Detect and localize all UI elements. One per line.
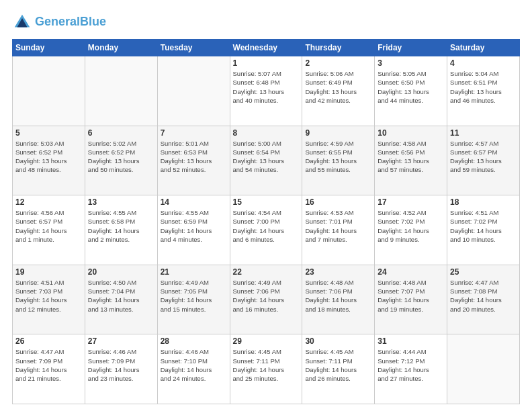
calendar-cell: 1Sunrise: 5:07 AM Sunset: 6:48 PM Daylig… [230, 56, 302, 126]
day-number: 11 [450, 128, 517, 138]
day-info: Sunrise: 5:03 AM Sunset: 6:52 PM Dayligh… [15, 139, 82, 175]
weekday-header-saturday: Saturday [447, 40, 520, 56]
day-number: 29 [233, 336, 300, 346]
day-info: Sunrise: 5:02 AM Sunset: 6:52 PM Dayligh… [88, 139, 154, 175]
day-number: 20 [88, 267, 154, 277]
calendar-cell: 30Sunrise: 4:45 AM Sunset: 7:11 PM Dayli… [302, 334, 375, 404]
logo-line2: Blue [80, 15, 106, 28]
day-info: Sunrise: 4:55 AM Sunset: 6:59 PM Dayligh… [161, 208, 227, 244]
day-info: Sunrise: 4:46 AM Sunset: 7:10 PM Dayligh… [161, 347, 227, 383]
day-info: Sunrise: 5:04 AM Sunset: 6:51 PM Dayligh… [450, 69, 517, 105]
day-number: 31 [378, 336, 444, 346]
day-info: Sunrise: 4:57 AM Sunset: 6:57 PM Dayligh… [450, 139, 517, 175]
day-number: 13 [88, 197, 154, 207]
day-info: Sunrise: 4:56 AM Sunset: 6:57 PM Dayligh… [15, 208, 82, 244]
weekday-header-thursday: Thursday [302, 40, 375, 56]
day-number: 30 [305, 336, 371, 346]
day-number: 3 [378, 58, 444, 68]
day-info: Sunrise: 4:47 AM Sunset: 7:09 PM Dayligh… [15, 347, 82, 383]
day-info: Sunrise: 4:49 AM Sunset: 7:05 PM Dayligh… [161, 278, 227, 314]
day-info: Sunrise: 4:51 AM Sunset: 7:02 PM Dayligh… [450, 208, 517, 244]
day-info: Sunrise: 4:44 AM Sunset: 7:12 PM Dayligh… [378, 347, 444, 383]
day-info: Sunrise: 5:00 AM Sunset: 6:54 PM Dayligh… [233, 139, 300, 175]
calendar-cell: 23Sunrise: 4:48 AM Sunset: 7:06 PM Dayli… [302, 265, 375, 334]
calendar-cell: 26Sunrise: 4:47 AM Sunset: 7:09 PM Dayli… [13, 334, 85, 404]
header: GeneralBlue [12, 12, 520, 32]
day-info: Sunrise: 4:51 AM Sunset: 7:03 PM Dayligh… [15, 278, 82, 314]
day-info: Sunrise: 4:50 AM Sunset: 7:04 PM Dayligh… [88, 278, 154, 314]
weekday-header-friday: Friday [375, 40, 447, 56]
day-number: 12 [15, 197, 82, 207]
week-row-5: 26Sunrise: 4:47 AM Sunset: 7:09 PM Dayli… [13, 334, 520, 404]
calendar-cell: 4Sunrise: 5:04 AM Sunset: 6:51 PM Daylig… [447, 56, 520, 126]
calendar-cell: 2Sunrise: 5:06 AM Sunset: 6:49 PM Daylig… [302, 56, 375, 126]
day-number: 24 [378, 267, 444, 277]
logo-icon [12, 12, 32, 32]
day-number: 1 [233, 58, 300, 68]
page: GeneralBlue SundayMondayTuesdayWednesday… [0, 0, 532, 411]
day-number: 26 [15, 336, 82, 346]
day-number: 25 [450, 267, 517, 277]
day-info: Sunrise: 5:01 AM Sunset: 6:53 PM Dayligh… [161, 139, 227, 175]
day-number: 10 [378, 128, 444, 138]
logo-text: GeneralBlue [35, 15, 106, 29]
calendar-cell: 16Sunrise: 4:53 AM Sunset: 7:01 PM Dayli… [302, 195, 375, 265]
calendar-cell: 24Sunrise: 4:48 AM Sunset: 7:07 PM Dayli… [375, 265, 447, 334]
logo-line1: General [35, 15, 80, 28]
day-info: Sunrise: 5:06 AM Sunset: 6:49 PM Dayligh… [305, 69, 371, 105]
day-number: 21 [161, 267, 227, 277]
week-row-1: 1Sunrise: 5:07 AM Sunset: 6:48 PM Daylig… [13, 56, 520, 126]
day-number: 8 [233, 128, 300, 138]
calendar-cell: 9Sunrise: 4:59 AM Sunset: 6:55 PM Daylig… [302, 126, 375, 195]
calendar-cell: 29Sunrise: 4:45 AM Sunset: 7:11 PM Dayli… [230, 334, 302, 404]
day-info: Sunrise: 4:58 AM Sunset: 6:56 PM Dayligh… [378, 139, 444, 175]
day-number: 19 [15, 267, 82, 277]
weekday-header-tuesday: Tuesday [157, 40, 230, 56]
day-number: 16 [305, 197, 371, 207]
calendar-cell: 13Sunrise: 4:55 AM Sunset: 6:58 PM Dayli… [85, 195, 157, 265]
day-info: Sunrise: 4:48 AM Sunset: 7:06 PM Dayligh… [305, 278, 371, 314]
day-info: Sunrise: 4:53 AM Sunset: 7:01 PM Dayligh… [305, 208, 371, 244]
calendar-cell: 15Sunrise: 4:54 AM Sunset: 7:00 PM Dayli… [230, 195, 302, 265]
weekday-header-monday: Monday [85, 40, 157, 56]
week-row-3: 12Sunrise: 4:56 AM Sunset: 6:57 PM Dayli… [13, 195, 520, 265]
calendar-cell: 19Sunrise: 4:51 AM Sunset: 7:03 PM Dayli… [13, 265, 85, 334]
calendar-cell: 21Sunrise: 4:49 AM Sunset: 7:05 PM Dayli… [157, 265, 230, 334]
week-row-2: 5Sunrise: 5:03 AM Sunset: 6:52 PM Daylig… [13, 126, 520, 195]
weekday-header-row: SundayMondayTuesdayWednesdayThursdayFrid… [13, 40, 520, 56]
day-number: 9 [305, 128, 371, 138]
week-row-4: 19Sunrise: 4:51 AM Sunset: 7:03 PM Dayli… [13, 265, 520, 334]
calendar-cell: 7Sunrise: 5:01 AM Sunset: 6:53 PM Daylig… [157, 126, 230, 195]
day-number: 28 [161, 336, 227, 346]
logo: GeneralBlue [12, 12, 106, 32]
calendar-cell: 11Sunrise: 4:57 AM Sunset: 6:57 PM Dayli… [447, 126, 520, 195]
calendar-cell [157, 56, 230, 126]
calendar-cell [13, 56, 85, 126]
day-number: 2 [305, 58, 371, 68]
day-info: Sunrise: 4:55 AM Sunset: 6:58 PM Dayligh… [88, 208, 154, 244]
day-number: 15 [233, 197, 300, 207]
weekday-header-wednesday: Wednesday [230, 40, 302, 56]
calendar-cell: 14Sunrise: 4:55 AM Sunset: 6:59 PM Dayli… [157, 195, 230, 265]
day-number: 17 [378, 197, 444, 207]
day-info: Sunrise: 4:48 AM Sunset: 7:07 PM Dayligh… [378, 278, 444, 314]
calendar-cell: 25Sunrise: 4:47 AM Sunset: 7:08 PM Dayli… [447, 265, 520, 334]
day-info: Sunrise: 4:59 AM Sunset: 6:55 PM Dayligh… [305, 139, 371, 175]
day-number: 7 [161, 128, 227, 138]
day-info: Sunrise: 4:52 AM Sunset: 7:02 PM Dayligh… [378, 208, 444, 244]
day-info: Sunrise: 4:54 AM Sunset: 7:00 PM Dayligh… [233, 208, 300, 244]
day-number: 18 [450, 197, 517, 207]
day-number: 27 [88, 336, 154, 346]
calendar-cell: 17Sunrise: 4:52 AM Sunset: 7:02 PM Dayli… [375, 195, 447, 265]
day-info: Sunrise: 4:47 AM Sunset: 7:08 PM Dayligh… [450, 278, 517, 314]
calendar-cell: 28Sunrise: 4:46 AM Sunset: 7:10 PM Dayli… [157, 334, 230, 404]
calendar-cell [447, 334, 520, 404]
day-number: 22 [233, 267, 300, 277]
day-number: 14 [161, 197, 227, 207]
day-number: 23 [305, 267, 371, 277]
day-info: Sunrise: 5:05 AM Sunset: 6:50 PM Dayligh… [378, 69, 444, 105]
day-info: Sunrise: 4:45 AM Sunset: 7:11 PM Dayligh… [233, 347, 300, 383]
calendar-cell: 6Sunrise: 5:02 AM Sunset: 6:52 PM Daylig… [85, 126, 157, 195]
calendar-cell: 31Sunrise: 4:44 AM Sunset: 7:12 PM Dayli… [375, 334, 447, 404]
calendar-cell: 12Sunrise: 4:56 AM Sunset: 6:57 PM Dayli… [13, 195, 85, 265]
